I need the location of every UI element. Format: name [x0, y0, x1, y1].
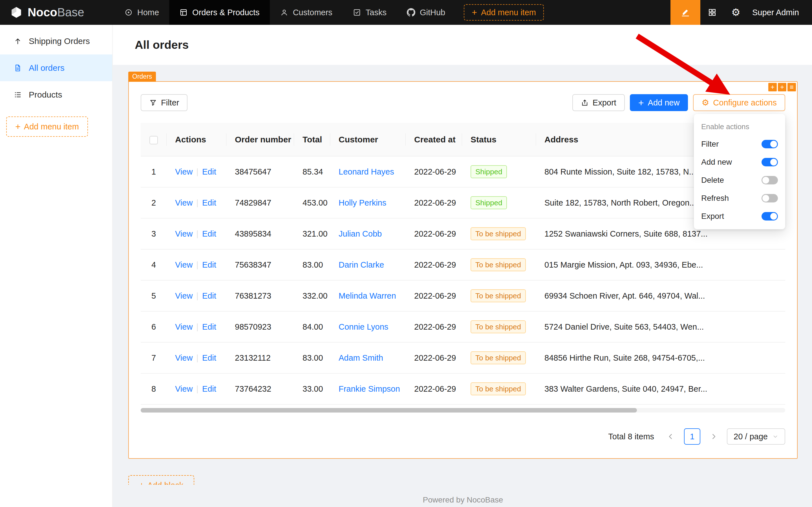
view-link[interactable]: View	[175, 291, 192, 300]
nav-item-orders-products[interactable]: Orders & Products	[169, 0, 270, 25]
status-badge: Shipped	[471, 165, 507, 178]
view-link[interactable]: View	[175, 198, 192, 207]
view-link[interactable]: View	[175, 353, 192, 362]
row-index: 6	[141, 311, 167, 342]
nav-item-tasks[interactable]: Tasks	[343, 0, 397, 25]
view-link[interactable]: View	[175, 167, 192, 176]
dropdown-item-filter[interactable]: Filter	[694, 135, 785, 153]
cell-address: 5724 Daniel Drive, Suite 563, 54403, Wen…	[536, 311, 785, 342]
add-block-icon[interactable]: +	[778, 83, 786, 91]
cell-status: To be shipped	[462, 280, 536, 311]
nav-item-home[interactable]: Home	[114, 0, 169, 25]
edit-link[interactable]: Edit	[202, 198, 216, 207]
customer-link[interactable]: Darin Clarke	[339, 260, 384, 269]
nav-item-label: Orders & Products	[192, 8, 260, 17]
select-all-checkbox[interactable]	[150, 136, 158, 145]
link-divider: |	[196, 198, 198, 207]
view-link[interactable]: View	[175, 229, 192, 238]
edit-link[interactable]: Edit	[202, 260, 216, 269]
sidebar: Shipping Orders All orders Products + Ad…	[0, 25, 113, 507]
filter-toggle[interactable]	[761, 140, 778, 148]
next-page-button[interactable]	[705, 428, 722, 445]
page-header: All orders	[113, 25, 812, 65]
cell-created-at: 2022-06-29	[406, 249, 462, 280]
nav-item-label: Home	[137, 8, 159, 17]
drag-handle-icon[interactable]: +	[768, 83, 777, 91]
page-number-button[interactable]: 1	[684, 428, 700, 445]
add-menu-item-label: Add menu item	[24, 122, 79, 131]
nav-item-github[interactable]: GitHub	[397, 0, 455, 25]
nav-item-label: GitHub	[420, 8, 445, 17]
highlighter-icon	[681, 8, 690, 17]
customer-link[interactable]: Adam Smith	[339, 353, 383, 362]
refresh-toggle[interactable]	[761, 194, 778, 203]
view-link[interactable]: View	[175, 260, 192, 269]
arrow-up-icon	[13, 37, 22, 45]
configure-actions-button[interactable]: ⚙ Configure actions	[693, 94, 785, 111]
dropdown-item-export[interactable]: Export	[694, 207, 785, 225]
page-size-select[interactable]: 20 / page	[727, 428, 785, 445]
export-toggle[interactable]	[761, 212, 778, 221]
link-divider: |	[196, 353, 198, 362]
dropdown-item-label: Export	[701, 212, 761, 221]
dropdown-item-refresh[interactable]: Refresh	[694, 189, 785, 207]
sidebar-item-all-orders[interactable]: All orders	[0, 54, 112, 81]
edit-link[interactable]: Edit	[202, 384, 216, 393]
document-icon	[13, 64, 22, 72]
cell-created-at: 2022-06-29	[406, 280, 462, 311]
nav-add-menu-item-button[interactable]: + Add menu item	[464, 4, 544, 20]
sidebar-item-label: All orders	[29, 63, 65, 73]
row-actions: View|Edit	[167, 218, 226, 249]
column-header-actions: Actions	[167, 123, 226, 156]
edit-link[interactable]: Edit	[202, 291, 216, 300]
view-link[interactable]: View	[175, 322, 192, 331]
app-logo[interactable]: NocoBase	[0, 0, 95, 25]
add-block-button[interactable]: + Add block	[128, 475, 194, 485]
customer-link[interactable]: Leonard Hayes	[339, 167, 394, 176]
filter-button[interactable]: Filter	[141, 94, 187, 111]
plus-icon: +	[139, 481, 144, 485]
block-menu-icon[interactable]: ≡	[788, 83, 796, 91]
customer-link[interactable]: Holly Perkins	[339, 198, 386, 207]
plus-icon: +	[638, 98, 644, 107]
customer-link[interactable]: Julian Cobb	[339, 229, 382, 238]
column-header-created-at: Created at	[406, 123, 462, 156]
cell-total: 453.00	[294, 187, 330, 218]
sidebar-item-shipping-orders[interactable]: Shipping Orders	[0, 27, 112, 54]
sidebar-add-menu-item-button[interactable]: + Add menu item	[6, 116, 88, 137]
cell-order-number: 73764232	[226, 373, 294, 404]
nav-item-customers[interactable]: Customers	[270, 0, 343, 25]
add-new-toggle[interactable]	[761, 158, 778, 166]
plugin-manager-button[interactable]	[700, 0, 724, 25]
ui-editor-toggle-button[interactable]	[671, 0, 700, 25]
pagination: Total 8 items 1 20 / page	[141, 428, 785, 445]
link-divider: |	[196, 167, 198, 176]
orders-table: Actions Order number Total Customer Crea…	[141, 123, 785, 405]
link-divider: |	[196, 322, 198, 331]
chevron-down-icon	[772, 434, 778, 440]
scrollbar-thumb[interactable]	[141, 408, 637, 412]
edit-link[interactable]: Edit	[202, 322, 216, 331]
delete-toggle[interactable]	[761, 176, 778, 184]
cell-created-at: 2022-06-29	[406, 187, 462, 218]
horizontal-scrollbar[interactable]	[141, 408, 785, 412]
settings-button[interactable]: ⚙	[724, 0, 748, 25]
view-link[interactable]: View	[175, 384, 192, 393]
row-index: 7	[141, 342, 167, 373]
row-actions: View|Edit	[167, 342, 226, 373]
filter-icon	[149, 99, 157, 107]
edit-link[interactable]: Edit	[202, 353, 216, 362]
customer-link[interactable]: Melinda Warren	[339, 291, 396, 300]
customer-link[interactable]: Frankie Simpson	[339, 384, 400, 393]
plus-icon: +	[15, 122, 20, 131]
dropdown-item-add-new[interactable]: Add new	[694, 153, 785, 171]
prev-page-button[interactable]	[662, 428, 679, 445]
customer-link[interactable]: Connie Lyons	[339, 322, 388, 331]
export-button[interactable]: Export	[572, 94, 625, 111]
edit-link[interactable]: Edit	[202, 229, 216, 238]
dropdown-item-delete[interactable]: Delete	[694, 171, 785, 189]
edit-link[interactable]: Edit	[202, 167, 216, 176]
add-new-button[interactable]: + Add new	[630, 94, 688, 111]
sidebar-item-products[interactable]: Products	[0, 81, 112, 108]
current-user[interactable]: Super Admin	[748, 8, 812, 17]
